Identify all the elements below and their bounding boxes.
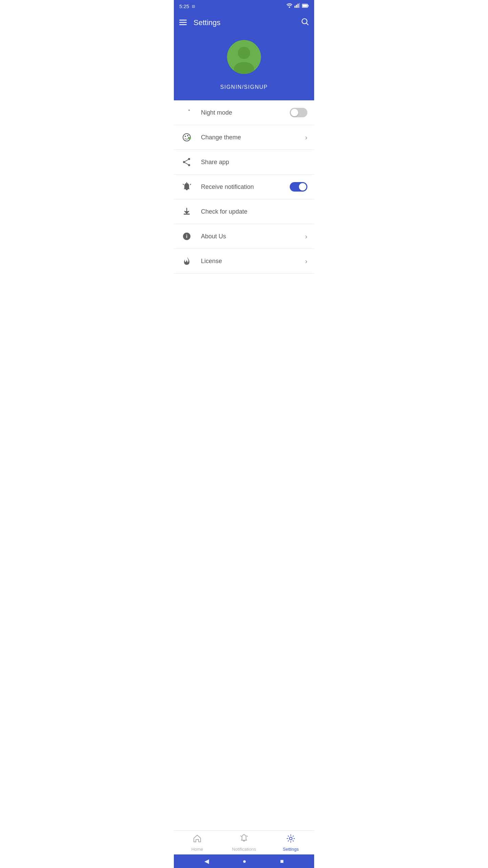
check-update-left: Check for update [181,205,307,218]
receive-notification-switch[interactable] [290,182,307,192]
svg-line-25 [185,160,188,162]
share-app-label: Share app [201,159,229,166]
about-us-left: i About Us [181,230,305,242]
settings-list: Night mode Change theme [174,100,314,274]
license-item[interactable]: License › [174,249,314,274]
sync-icon: ⦻ [191,3,196,9]
svg-point-21 [189,137,191,139]
chevron-right-icon: › [305,233,307,240]
svg-rect-1 [294,6,296,8]
receive-notification-toggle[interactable] [290,182,307,192]
receive-notification-label: Receive notification [201,183,254,191]
svg-line-26 [185,163,188,165]
svg-rect-2 [296,5,297,8]
change-theme-right: › [305,134,307,141]
svg-text:i: i [186,234,187,239]
about-us-item[interactable]: i About Us › [174,224,314,249]
share-app-left: Share app [181,156,307,168]
moon-star-icon [181,106,193,119]
app-bar-left: Settings [179,18,221,27]
svg-line-12 [307,23,309,25]
night-mode-toggle[interactable] [290,108,307,117]
search-icon[interactable] [301,18,309,27]
change-theme-label: Change theme [201,134,241,141]
svg-rect-10 [179,24,187,25]
svg-point-18 [185,136,186,137]
app-bar-title: Settings [194,18,221,27]
night-mode-item[interactable]: Night mode [174,100,314,125]
svg-point-0 [289,6,290,8]
change-theme-item[interactable]: Change theme › [174,125,314,150]
license-right: › [305,257,307,265]
info-icon: i [181,230,193,242]
svg-point-19 [187,135,188,136]
profile-header: SIGNIN/SIGNUP [174,33,314,100]
receive-notification-track [290,182,307,192]
wifi-icon [286,3,292,9]
svg-marker-16 [188,109,190,111]
svg-rect-9 [179,22,187,23]
svg-rect-30 [184,214,190,215]
hamburger-menu-icon[interactable] [179,18,187,27]
night-mode-switch[interactable] [290,108,307,117]
status-right [286,3,309,9]
night-mode-thumb [291,109,298,116]
check-update-item[interactable]: Check for update [174,199,314,224]
svg-rect-6 [308,5,309,7]
svg-rect-8 [179,20,187,21]
status-bar: 5:25 ⦻ [174,0,314,12]
svg-point-23 [183,161,185,163]
svg-line-27 [183,184,184,185]
svg-rect-3 [298,4,299,8]
app-bar: Settings [174,12,314,33]
chevron-right-icon: › [305,134,307,141]
svg-line-28 [190,184,191,185]
license-label: License [201,258,222,265]
svg-point-24 [188,164,190,166]
status-time: 5:25 [179,3,189,9]
battery-icon [302,3,309,9]
bell-alert-icon [181,181,193,193]
svg-point-22 [188,158,190,160]
svg-point-15 [238,47,250,59]
status-left: 5:25 ⦻ [179,3,196,9]
signin-label[interactable]: SIGNIN/SIGNUP [220,84,268,90]
about-us-right: › [305,233,307,240]
download-icon [181,205,193,218]
avatar [227,40,261,74]
about-us-label: About Us [201,233,226,240]
svg-rect-4 [299,3,300,8]
chevron-right-icon: › [305,257,307,265]
share-app-item[interactable]: Share app [174,150,314,175]
share-icon [181,156,193,168]
night-mode-left: Night mode [181,106,290,119]
check-update-label: Check for update [201,208,247,215]
receive-notification-item[interactable]: Receive notification [174,175,314,199]
signal-icon [294,3,300,9]
receive-notification-thumb [299,183,306,191]
fire-icon [181,255,193,267]
change-theme-left: Change theme [181,131,305,143]
night-mode-label: Night mode [201,109,232,116]
receive-notification-left: Receive notification [181,181,290,193]
palette-icon [181,131,193,143]
night-mode-track [290,108,307,117]
svg-point-11 [302,19,307,24]
license-left: License [181,255,305,267]
svg-rect-7 [303,5,307,7]
